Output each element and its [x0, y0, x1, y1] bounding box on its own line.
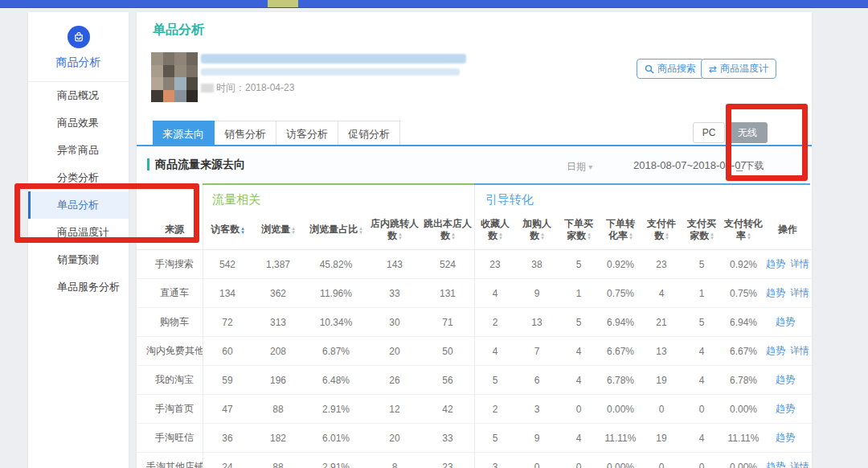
sort-icon[interactable]: ▴▾: [710, 232, 714, 240]
trend-link[interactable]: 趋势: [766, 286, 785, 300]
trend-link[interactable]: 趋势: [766, 344, 785, 358]
header-col-0[interactable]: 访客数▴▾: [203, 222, 252, 237]
header-col-2[interactable]: 浏览量占比▴▾: [304, 222, 368, 237]
sidebar-item-1[interactable]: 商品效果: [28, 109, 129, 137]
cell-cart-adds: 9: [516, 288, 558, 299]
header-col-9[interactable]: 支付件数▴▾: [641, 216, 682, 244]
cell-pageviews: 196: [252, 375, 304, 386]
blurred-product-title: [201, 54, 466, 64]
sidebar-item-3[interactable]: 分类分析: [28, 164, 129, 191]
cell-order-buyers: 5: [558, 317, 600, 328]
chevron-down-icon: ▾: [588, 162, 592, 171]
cell-bounces: 50: [421, 346, 474, 357]
sort-icon[interactable]: ▴▾: [541, 232, 544, 240]
cell-instore-jumps: 12: [368, 404, 421, 415]
sidebar-item-4[interactable]: 单品分析: [28, 191, 129, 219]
cell-pv-ratio: 6.01%: [304, 433, 368, 444]
toggle-wireless-button[interactable]: 无线: [727, 122, 768, 143]
row-actions: 趋势 详情: [765, 344, 810, 358]
header-col-11[interactable]: 支付转化率▴▾: [722, 216, 765, 244]
cell-visitors: 542: [203, 259, 252, 270]
cell-cart-adds: 9: [516, 433, 558, 444]
download-link[interactable]: ↓ 下载: [736, 159, 764, 173]
header-col-4[interactable]: 跳出本店人数▴▾: [421, 216, 474, 244]
detail-link[interactable]: 详情: [790, 286, 809, 300]
sort-icon[interactable]: ▴▾: [499, 232, 502, 240]
cell-paid-buyers: 4: [682, 433, 722, 444]
sidebar-title: 商品分析: [28, 55, 129, 70]
sidebar-item-6[interactable]: 销量预测: [28, 246, 129, 273]
cell-order-buyers: 4: [558, 346, 600, 357]
row-actions: 趋势: [765, 315, 810, 329]
tab-1[interactable]: 销售分析: [215, 121, 276, 146]
cell-pageviews: 1,387: [252, 259, 304, 270]
toggle-pc-button[interactable]: PC: [693, 122, 725, 143]
cell-visitors: 47: [203, 404, 252, 415]
sidebar-item-5[interactable]: 商品温度计: [28, 219, 129, 246]
sort-icon[interactable]: ▴▾: [452, 232, 455, 240]
cell-paid-buyers: 1: [682, 288, 722, 299]
tab-2[interactable]: 访客分析: [276, 121, 338, 146]
cell-paid-items: 19: [641, 375, 682, 386]
group-traffic: 流量相关: [203, 183, 474, 210]
sidebar: 商品分析 商品概况 商品效果 异常商品 分类分析 单品分析 商品温度计 销量预测…: [28, 12, 129, 468]
tab-0[interactable]: 来源去向: [153, 121, 215, 146]
header-source: 来源: [146, 222, 203, 237]
sort-icon[interactable]: ▴▾: [747, 232, 751, 240]
header-col-10[interactable]: 支付买家数▴▾: [682, 216, 722, 244]
header-action: 操作: [765, 222, 810, 237]
tab-3[interactable]: 促销分析: [338, 121, 400, 146]
header-col-7[interactable]: 下单买家数▴▾: [558, 216, 600, 244]
row-actions: 趋势 详情: [765, 286, 810, 300]
detail-link[interactable]: 详情: [790, 257, 809, 271]
sidebar-item-2[interactable]: 异常商品: [28, 137, 129, 164]
cell-order-rate: 0.00%: [600, 462, 641, 468]
cell-bounces: 131: [421, 288, 474, 299]
cell-visitors: 59: [203, 375, 252, 386]
sort-icon[interactable]: ▴▾: [665, 232, 669, 240]
header-col-8[interactable]: 下单转化率▴▾: [600, 216, 641, 244]
row-actions: 趋势: [765, 373, 810, 387]
product-search-button[interactable]: 商品搜索: [637, 59, 704, 79]
sort-icon[interactable]: ▴▾: [399, 232, 402, 240]
cell-instore-jumps: 20: [368, 433, 421, 444]
header-col-3[interactable]: 店内跳转人数▴▾: [368, 216, 421, 244]
header-col-label: 加购人数: [522, 218, 551, 241]
trend-link[interactable]: 趋势: [766, 257, 785, 271]
cell-paid-rate: 11.11%: [722, 433, 765, 444]
header-col-6[interactable]: 加购人数▴▾: [516, 216, 558, 244]
trend-link[interactable]: 趋势: [776, 402, 795, 416]
row-source: 我的淘宝: [146, 373, 203, 387]
cell-order-buyers: 0: [558, 404, 600, 415]
trend-link[interactable]: 趋势: [776, 315, 795, 329]
section-header: 商品流量来源去向 日期 ▾ 2018-08-07~2018-08-07 ↓ 下载: [137, 146, 812, 183]
detail-link[interactable]: 详情: [790, 460, 809, 468]
sidebar-item-7[interactable]: 单品服务分析: [28, 273, 129, 301]
sort-icon[interactable]: ▴▾: [241, 226, 244, 234]
date-dropdown[interactable]: 日期 ▾: [567, 160, 592, 174]
cell-visitors: 134: [203, 288, 252, 299]
sidebar-item-0[interactable]: 商品概况: [28, 82, 129, 109]
header-col-label: 店内跳转人数: [371, 218, 419, 241]
group-conversion: 引导转化: [474, 183, 810, 210]
header-col-1[interactable]: 浏览量▴▾: [252, 222, 304, 237]
sort-icon[interactable]: ▴▾: [359, 226, 362, 234]
header-col-label: 浏览量: [261, 224, 290, 235]
cell-instore-jumps: 20: [368, 346, 421, 357]
detail-link[interactable]: 详情: [790, 344, 809, 358]
header-col-5[interactable]: 收藏人数▴▾: [474, 216, 516, 244]
listing-time-text: 时间：2018-04-23: [216, 81, 294, 95]
trend-link[interactable]: 趋势: [766, 460, 785, 468]
product-thermometer-button[interactable]: ⇄ 商品温度计: [701, 59, 776, 79]
header-col-label: 收藏人数: [481, 218, 510, 241]
row-actions: 趋势 详情: [765, 257, 810, 271]
sort-icon[interactable]: ▴▾: [588, 232, 591, 240]
trend-link[interactable]: 趋势: [776, 431, 795, 445]
sort-icon[interactable]: ▴▾: [292, 226, 295, 234]
cell-paid-buyers: 4: [682, 346, 722, 357]
sort-icon[interactable]: ▴▾: [629, 232, 633, 240]
cell-bounces: 56: [421, 375, 474, 386]
search-button-label: 商品搜索: [657, 62, 696, 76]
trend-link[interactable]: 趋势: [776, 373, 795, 387]
cell-favorites: 2: [474, 404, 516, 415]
